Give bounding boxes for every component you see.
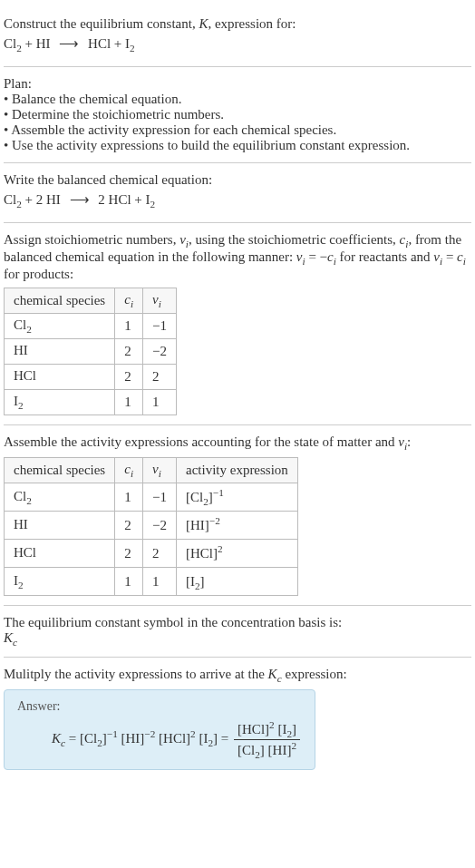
cell-activity: [I2] bbox=[176, 568, 297, 596]
activity-table: chemical species ci νi activity expressi… bbox=[4, 457, 298, 596]
bal-cl2: Cl bbox=[4, 192, 16, 207]
vi-sub: i bbox=[159, 468, 161, 479]
ans-t2e: −2 bbox=[144, 728, 155, 739]
table-header-row: chemical species ci νi activity expressi… bbox=[5, 458, 298, 483]
cell-vi: 2 bbox=[143, 365, 177, 390]
ae-b: [HI bbox=[186, 518, 205, 532]
kc-expression: Kc = [Cl2]−1 [HI]−2 [HCl]2 [I2] = [HCl]2… bbox=[17, 719, 302, 760]
stoich-r1c: = − bbox=[305, 249, 327, 264]
prompt-section: Construct the equilibrium constant, K, e… bbox=[4, 7, 471, 67]
bal-mid: + 2 HI bbox=[22, 192, 64, 207]
ans-t1e: −1 bbox=[107, 728, 118, 739]
table-row: HCl 2 2 [HCl]2 bbox=[5, 540, 298, 568]
vi-sym: ν bbox=[152, 462, 159, 476]
sp: Cl bbox=[14, 317, 26, 332]
kc-symbol: Kc bbox=[4, 630, 471, 648]
stoich-r2e: i bbox=[463, 256, 466, 267]
stoich-t4: for reactants and bbox=[336, 249, 433, 264]
product-i2-sub: 2 bbox=[130, 43, 135, 54]
balanced-equation: Cl2 + 2 HI ⟶ 2 HCl + I2 bbox=[4, 191, 471, 210]
arrow-icon: ⟶ bbox=[59, 35, 79, 52]
cell-vi: −2 bbox=[143, 512, 177, 540]
ae-exp: −1 bbox=[213, 487, 224, 498]
vi-sym: ν bbox=[152, 292, 159, 307]
stoich-t1: Assign stoichiometric numbers, bbox=[4, 232, 179, 247]
table-row: HI 2 −2 bbox=[5, 339, 177, 365]
cell-vi: −1 bbox=[143, 314, 177, 339]
stoich-table: chemical species ci νi Cl2 1 −1 HI 2 −2 … bbox=[4, 288, 177, 415]
col-activity: activity expression bbox=[176, 458, 297, 483]
cell-species: HCl bbox=[5, 365, 115, 390]
mul-K: K bbox=[268, 667, 277, 681]
prompt-text: Construct the equilibrium constant, K, e… bbox=[4, 16, 471, 32]
cell-ci: 2 bbox=[115, 512, 143, 540]
ci-sym: c bbox=[124, 292, 131, 307]
fraction: [HCl]2 [I2][Cl2] [HI]2 bbox=[234, 719, 300, 760]
den1e: 2 bbox=[291, 740, 296, 751]
cell-ci: 1 bbox=[115, 483, 143, 512]
balanced-intro: Write the balanced chemical equation: bbox=[4, 172, 471, 188]
ans-t4c: ] = bbox=[213, 731, 232, 746]
answer-box: Answer: Kc = [Cl2]−1 [HI]−2 [HCl]2 [I2] … bbox=[4, 689, 315, 770]
ae-c: ] bbox=[200, 574, 205, 589]
sps: 2 bbox=[18, 400, 24, 411]
table-header-row: chemical species ci νi bbox=[5, 288, 177, 314]
sp: HCl bbox=[14, 545, 36, 560]
cell-ci: 1 bbox=[115, 390, 143, 415]
table-row: HI 2 −2 [HI]−2 bbox=[5, 512, 298, 540]
cell-species: HCl bbox=[5, 540, 115, 568]
col-ci: ci bbox=[115, 458, 143, 483]
K: K bbox=[4, 630, 13, 645]
multiply-intro: Mulitply the activity expressions to arr… bbox=[4, 667, 471, 684]
mul-t2: expression: bbox=[282, 667, 347, 681]
act-nu: ν bbox=[398, 434, 404, 449]
col-ci: ci bbox=[115, 288, 143, 314]
prompt-prefix: Construct the equilibrium constant, K, e… bbox=[4, 16, 296, 31]
stoich-r2a: ν bbox=[433, 249, 440, 264]
col-species: chemical species bbox=[5, 288, 115, 314]
activity-section: Assemble the activity expressions accoun… bbox=[4, 425, 471, 606]
cell-activity: [HCl]2 bbox=[176, 540, 297, 568]
mul-t1: Mulitply the activity expressions to arr… bbox=[4, 667, 268, 681]
bal-rhs: 2 HCl + I bbox=[95, 192, 150, 207]
cell-ci: 1 bbox=[115, 314, 143, 339]
plan-title: Plan: bbox=[4, 76, 471, 92]
ans-K: K bbox=[52, 731, 61, 746]
sps: 2 bbox=[18, 580, 24, 590]
ans-t4: [I bbox=[196, 731, 208, 746]
act-t2: : bbox=[407, 434, 411, 449]
ci-sub: i bbox=[131, 298, 133, 309]
ans-t3: [HCl] bbox=[155, 731, 190, 746]
cell-activity: [Cl2]−1 bbox=[176, 483, 297, 512]
symbol-line: The equilibrium constant symbol in the c… bbox=[4, 615, 471, 630]
stoich-intro: Assign stoichiometric numbers, νi, using… bbox=[4, 232, 471, 282]
cell-species: I2 bbox=[5, 568, 115, 596]
stoich-section: Assign stoichiometric numbers, νi, using… bbox=[4, 223, 471, 425]
sp: HCl bbox=[14, 368, 36, 383]
sps: 2 bbox=[26, 324, 32, 335]
cell-ci: 2 bbox=[115, 339, 143, 365]
plan-section: Plan: • Balance the chemical equation. •… bbox=[4, 67, 471, 163]
arrow-icon: ⟶ bbox=[70, 191, 90, 208]
stoich-r1d: c bbox=[327, 249, 334, 264]
plan-bullet-3: • Assemble the activity expression for e… bbox=[4, 122, 471, 138]
bal-i2-sub: 2 bbox=[150, 199, 156, 210]
col-species: chemical species bbox=[5, 458, 115, 483]
stoich-nu: ν bbox=[179, 232, 186, 247]
table-row: I2 1 1 bbox=[5, 390, 177, 415]
sp: HI bbox=[14, 517, 28, 532]
cell-species: Cl2 bbox=[5, 314, 115, 339]
table-row: Cl2 1 −1 [Cl2]−1 bbox=[5, 483, 298, 512]
cell-vi: 1 bbox=[143, 568, 177, 596]
plan-bullet-1: • Balance the chemical equation. bbox=[4, 92, 471, 107]
cell-vi: −1 bbox=[143, 483, 177, 512]
table-row: I2 1 1 [I2] bbox=[5, 568, 298, 596]
cell-ci: 2 bbox=[115, 365, 143, 390]
table-row: HCl 2 2 bbox=[5, 365, 177, 390]
num2c: ] bbox=[292, 722, 296, 736]
ae-exp: −2 bbox=[209, 515, 220, 526]
stoich-r2c: = bbox=[442, 249, 457, 264]
act-t1: Assemble the activity expressions accoun… bbox=[4, 434, 398, 449]
answer-label: Answer: bbox=[17, 699, 302, 714]
ans-t2: [HI] bbox=[118, 731, 145, 746]
